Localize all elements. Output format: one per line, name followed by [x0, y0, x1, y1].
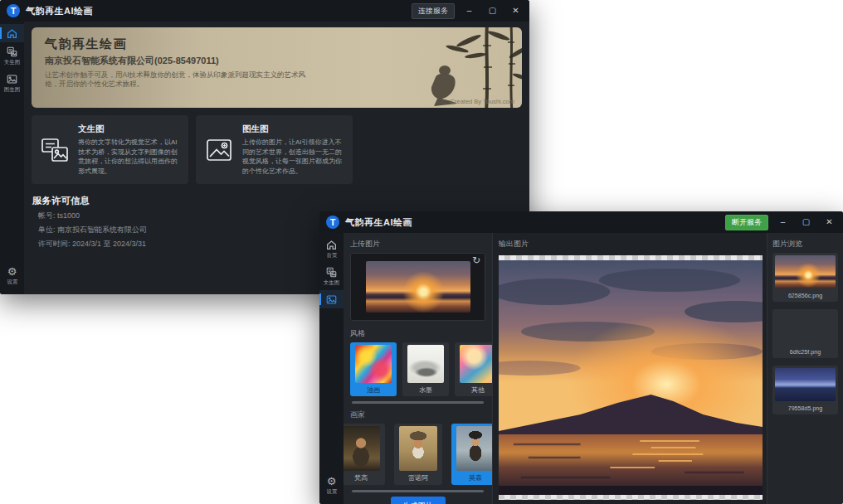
controls-panel: 上传图片 ↻ 风格 油画 水墨 其他 [344, 233, 493, 504]
back-window-title: 气韵再生AI绘画 [26, 5, 93, 17]
gear-icon: ⚙ [327, 476, 337, 487]
output-area: 输出图片 [493, 233, 767, 504]
feature-card-img2img[interactable]: 图生图 上传你的图片，让AI引领你进入不同的艺术世界，创造出独一无二的视觉风格，… [196, 115, 353, 184]
text-image-icon [326, 267, 337, 278]
image-icon [204, 135, 234, 165]
back-sidebar: 文生图 图生图 ⚙ 设置 [0, 22, 24, 294]
home-icon [7, 28, 17, 39]
connect-service-button[interactable]: 连接服务 [412, 3, 455, 19]
sidebar-item-label: 文生图 [324, 279, 339, 286]
refresh-icon[interactable]: ↻ [472, 254, 480, 266]
painter-thumbnail [456, 426, 493, 471]
output-image [499, 260, 763, 495]
gallery-item[interactable]: 625856c.png [772, 253, 838, 302]
painter-section-heading: 画家 [350, 410, 485, 420]
card-description: 将你的文字转化为视觉艺术，以AI技术为桥，实现从文字到图像的创意旅程，让你的想法… [78, 138, 180, 176]
sidebar-item-label: 设置 [7, 278, 17, 285]
front-window-title: 气韵再生AI绘画 [345, 216, 412, 229]
style-tile-other[interactable]: 其他 [455, 342, 493, 396]
disconnect-service-button[interactable]: 断开服务 [725, 215, 768, 230]
maximize-icon[interactable]: ▢ [484, 0, 501, 22]
banner-title: 气韵再生绘画 [45, 36, 319, 52]
banner-subtitle: 南京投石智能系统有限公司(025-85497011) [45, 55, 319, 67]
style-label: 其他 [457, 385, 493, 395]
painter-tile-renoir[interactable]: 雷诺阿 [394, 424, 442, 485]
gallery-heading: 图片浏览 [772, 239, 838, 250]
upload-image-box[interactable]: ↻ [350, 253, 485, 321]
sidebar-item-text2img[interactable]: 文生图 [0, 42, 24, 70]
card-description: 上传你的图片，让AI引领你进入不同的艺术世界，创造出独一无二的视觉风格，让每一张… [242, 138, 344, 176]
gallery-panel: 图片浏览 625856c.png 6dfc25f.png 79558d5.png [767, 233, 843, 504]
front-titlebar: T 气韵再生AI绘画 断开服务 – ▢ ✕ [319, 211, 843, 233]
gallery-thumbnail [775, 368, 836, 401]
sidebar-item-label: 图生图 [4, 85, 20, 93]
transparency-checkerboard [499, 255, 763, 500]
sidebar-item-home[interactable] [0, 24, 24, 42]
gallery-thumbnail [775, 312, 836, 345]
sidebar-item-label: 首页 [326, 251, 337, 259]
painter-thumbnail [399, 426, 437, 471]
card-title: 图生图 [242, 124, 344, 135]
style-row-scrollbar[interactable] [352, 401, 484, 404]
back-titlebar: T 气韵再生AI绘画 连接服务 – ▢ ✕ [0, 0, 529, 22]
hero-banner: 气韵再生绘画 南京投石智能系统有限公司(025-85497011) 让艺术创作触… [32, 27, 522, 108]
style-tile-oil[interactable]: 油画 [350, 342, 397, 396]
gallery-filename: 6dfc25f.png [777, 348, 834, 356]
card-title: 文生图 [78, 124, 180, 135]
home-icon [326, 240, 337, 250]
painter-row-scrollbar[interactable] [352, 490, 484, 492]
uploaded-image-thumbnail [366, 261, 470, 313]
sidebar-item-settings[interactable]: ⚙ 设置 [0, 262, 24, 289]
painter-label: 雷诺阿 [397, 473, 440, 482]
sidebar-item-label: 设置 [326, 487, 337, 495]
text-image-icon [40, 135, 70, 165]
painter-label: 梵高 [344, 473, 383, 482]
minimize-icon[interactable]: – [460, 0, 478, 22]
style-label: 水墨 [405, 385, 446, 395]
gallery-filename: 625856c.png [777, 292, 834, 299]
sidebar-item-img2img[interactable]: 图生图 [0, 70, 24, 97]
upload-section-heading: 上传图片 [350, 239, 485, 250]
gallery-thumbnail [775, 255, 836, 288]
sidebar-item-home[interactable]: 首页 [319, 235, 344, 263]
feature-card-text2img[interactable]: 文生图 将你的文字转化为视觉艺术，以AI技术为桥，实现从文字到图像的创意旅程，让… [32, 115, 188, 184]
maximize-icon[interactable]: ▢ [797, 211, 815, 233]
minimize-icon[interactable]: – [774, 211, 792, 233]
banner-credit: Created By Toushi.com [451, 98, 514, 105]
style-label: 油画 [353, 385, 394, 395]
license-heading: 服务许可信息 [32, 195, 522, 207]
close-icon[interactable]: ✕ [507, 0, 524, 22]
banner-description: 让艺术创作触手可及，用AI技术释放你的创意，体验从印象派到超现实主义的艺术风格，… [45, 70, 319, 90]
gallery-item[interactable]: 79558d5.png [772, 366, 838, 414]
image-icon [7, 74, 17, 85]
style-thumbnail [407, 345, 444, 383]
image-icon [326, 294, 337, 305]
painter-label: 莫奈 [454, 473, 493, 482]
sidebar-item-text2img[interactable]: 文生图 [319, 263, 344, 290]
front-window: T 气韵再生AI绘画 断开服务 – ▢ ✕ 首页 文生图 ⚙ 设置 [319, 211, 843, 504]
text-image-icon [7, 46, 17, 57]
sidebar-item-img2img[interactable] [319, 290, 344, 308]
style-thumbnail [460, 345, 493, 383]
app-logo-icon: T [7, 4, 20, 17]
front-sidebar: 首页 文生图 ⚙ 设置 [319, 233, 344, 504]
generate-image-button[interactable]: 生成图片 [391, 497, 446, 504]
gear-icon: ⚙ [7, 266, 17, 277]
gallery-item[interactable]: 6dfc25f.png [772, 309, 838, 358]
painter-tile-vangogh[interactable]: 梵高 [344, 424, 385, 485]
style-section-heading: 风格 [350, 328, 485, 339]
style-row: 油画 水墨 其他 [350, 342, 485, 396]
style-thumbnail [355, 345, 392, 383]
app-logo-icon: T [326, 216, 339, 229]
painter-thumbnail [344, 426, 380, 471]
output-section-heading: 输出图片 [499, 239, 763, 250]
sidebar-item-label: 文生图 [4, 58, 20, 65]
gallery-filename: 79558d5.png [777, 405, 834, 412]
style-tile-ink[interactable]: 水墨 [402, 342, 449, 396]
painter-row: 梵高 雷诺阿 莫奈 [344, 424, 485, 485]
close-icon[interactable]: ✕ [821, 211, 838, 233]
sidebar-item-settings[interactable]: ⚙ 设置 [319, 472, 344, 499]
painter-tile-monet[interactable]: 莫奈 [451, 424, 493, 485]
